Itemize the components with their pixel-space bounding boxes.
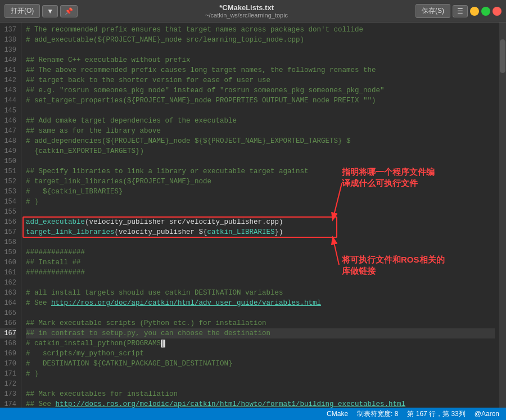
- title-bar: 打开(O) ▼ 📌 *CMakeLists.txt ~/catkin_ws/sr…: [0, 0, 506, 22]
- status-bar: CMake 制表符宽度: 8 第 167 行，第 33列 @Aaron: [0, 408, 506, 420]
- code-line[interactable]: # add_executable(${PROJECT_NAME}_node sr…: [26, 35, 495, 45]
- line-number: 152: [0, 177, 16, 187]
- line-number: 155: [0, 207, 16, 217]
- line-number: 168: [0, 338, 16, 349]
- scrollbar-thumb[interactable]: [500, 39, 505, 73]
- scrollbar[interactable]: [499, 22, 506, 408]
- code-line[interactable]: ## Rename C++ executable without prefix: [26, 55, 495, 65]
- line-number: 157: [0, 227, 16, 237]
- file-title: *CMakeLists.txt: [219, 3, 274, 12]
- line-number: 167: [0, 328, 16, 338]
- code-area[interactable]: # The recommended prefix ensures that ta…: [21, 22, 499, 408]
- code-line[interactable]: ## See http://docs.ros.org/melodic/api/c…: [26, 399, 495, 408]
- code-line[interactable]: # set_target_properties(${PROJECT_NAME}_…: [26, 96, 495, 106]
- line-number: 138: [0, 35, 16, 45]
- code-line[interactable]: target_link_libraries(velocity_publisher…: [26, 227, 495, 237]
- code-line[interactable]: # ): [26, 197, 495, 207]
- code-line[interactable]: ## e.g. "rosrun someones_pkg node" inste…: [26, 85, 495, 96]
- code-line[interactable]: [26, 237, 495, 247]
- line-number: 158: [0, 237, 16, 247]
- pin-button[interactable]: 📌: [60, 5, 78, 17]
- code-line[interactable]: # ): [26, 369, 495, 379]
- line-number: 154: [0, 197, 16, 207]
- line-number: 145: [0, 106, 16, 116]
- editor-container: 1371381391401411421431441451461471481491…: [0, 22, 506, 408]
- code-line[interactable]: # See http://ros.org/doc/api/catkin/html…: [26, 298, 495, 308]
- title-bar-center: *CMakeLists.txt ~/catkin_ws/src/learning…: [78, 3, 415, 19]
- line-number: 169: [0, 349, 16, 359]
- line-number: 142: [0, 75, 16, 85]
- code-line[interactable]: ## in contrast to setup.py, you can choo…: [26, 328, 495, 338]
- code-line[interactable]: # The recommended prefix ensures that ta…: [26, 25, 495, 35]
- line-number: 161: [0, 268, 16, 278]
- line-number: 149: [0, 146, 16, 156]
- line-number: 166: [0, 318, 16, 328]
- code-line[interactable]: ## Mark executables for installation: [26, 389, 495, 399]
- code-line[interactable]: # scripts/my_python_script: [26, 349, 495, 359]
- code-line[interactable]: [26, 156, 495, 166]
- line-number: 144: [0, 96, 16, 106]
- code-line[interactable]: [26, 207, 495, 217]
- line-number: 170: [0, 359, 16, 369]
- code-line[interactable]: add_executable(velocity_publisher src/ve…: [26, 217, 495, 227]
- line-number: 171: [0, 369, 16, 379]
- code-line[interactable]: ## same as for the library above: [26, 126, 495, 136]
- position-indicator: 第 167 行，第 33列: [407, 409, 465, 419]
- line-number: 174: [0, 399, 16, 408]
- file-path: ~/catkin_ws/src/learning_topic: [78, 12, 415, 19]
- code-line[interactable]: # all install targets should use catkin …: [26, 288, 495, 298]
- line-number: 162: [0, 278, 16, 288]
- line-number: 173: [0, 389, 16, 399]
- line-number: 141: [0, 65, 16, 75]
- code-line[interactable]: ## The above recommended prefix causes l…: [26, 65, 495, 75]
- line-number: 139: [0, 45, 16, 55]
- line-number: 151: [0, 166, 16, 177]
- menu-button[interactable]: ☰: [453, 5, 468, 17]
- code-line[interactable]: ## target back to the shorter version fo…: [26, 75, 495, 85]
- code-line[interactable]: # catkin_install_python(PROGRAMS|: [26, 338, 495, 349]
- dropdown-button[interactable]: ▼: [42, 5, 58, 17]
- line-number: 150: [0, 156, 16, 166]
- code-line[interactable]: # add_dependencies(${PROJECT_NAME}_node …: [26, 136, 495, 146]
- line-number: 137: [0, 25, 16, 35]
- line-number: 164: [0, 298, 16, 308]
- line-number: 172: [0, 379, 16, 389]
- line-number: 160: [0, 258, 16, 268]
- code-line[interactable]: {catkin_EXPORTED_TARGETS}): [26, 146, 495, 156]
- line-number: 165: [0, 308, 16, 318]
- maximize-button[interactable]: [481, 7, 490, 16]
- code-line[interactable]: [26, 106, 495, 116]
- open-button[interactable]: 打开(O): [4, 4, 40, 18]
- annotation-link: 将可执行文件和ROS相关的 库做链接: [342, 254, 445, 276]
- line-number: 146: [0, 116, 16, 126]
- code-line[interactable]: # DESTINATION ${CATKIN_PACKAGE_BIN_DESTI…: [26, 359, 495, 369]
- code-line[interactable]: [26, 278, 495, 288]
- save-button[interactable]: 保存(S): [415, 4, 450, 18]
- minimize-button[interactable]: [470, 7, 479, 16]
- language-indicator[interactable]: CMake: [327, 410, 348, 418]
- line-number: 140: [0, 55, 16, 65]
- line-number: 163: [0, 288, 16, 298]
- line-number: 143: [0, 85, 16, 96]
- line-number: 153: [0, 187, 16, 197]
- code-line[interactable]: [26, 308, 495, 318]
- title-bar-left: 打开(O) ▼ 📌: [4, 4, 78, 18]
- title-bar-right: 保存(S) ☰: [415, 4, 502, 18]
- user-indicator: @Aaron: [475, 410, 499, 418]
- line-number: 156: [0, 217, 16, 227]
- annotation-compile: 指明将哪一个程序文件编 译成什么可执行文件: [342, 166, 435, 188]
- line-number: 148: [0, 136, 16, 146]
- code-line[interactable]: ## Mark executable scripts (Python etc.)…: [26, 318, 495, 328]
- line-number: 147: [0, 126, 16, 136]
- line-number: 159: [0, 247, 16, 258]
- code-line[interactable]: ## Add cmake target dependencies of the …: [26, 116, 495, 126]
- tab-size-indicator[interactable]: 制表符宽度: 8: [357, 409, 398, 419]
- close-button[interactable]: [493, 7, 502, 16]
- line-numbers: 1371381391401411421431441451461471481491…: [0, 22, 21, 408]
- code-line[interactable]: [26, 45, 495, 55]
- code-line[interactable]: [26, 379, 495, 389]
